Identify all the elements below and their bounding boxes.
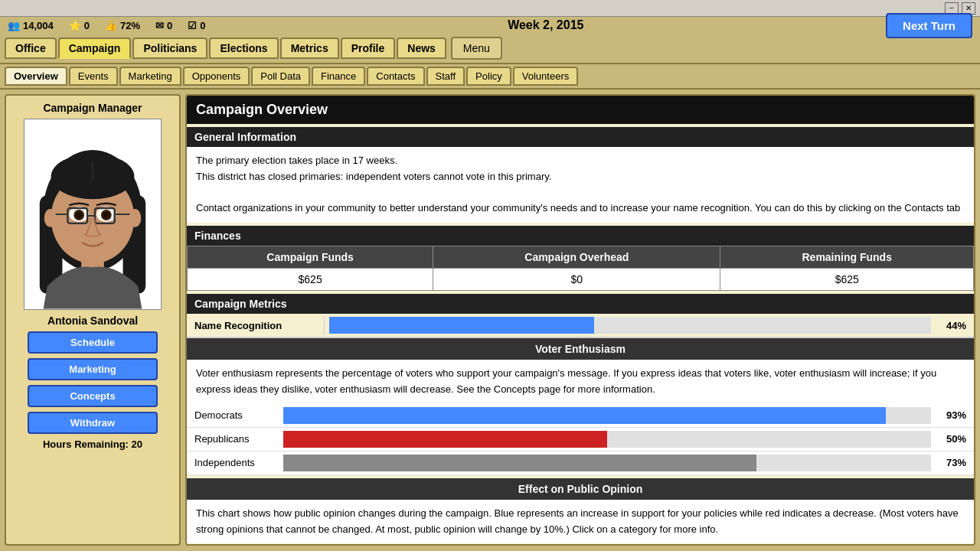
independents-row: Independents 73% — [187, 452, 974, 475]
sub-tab-overview[interactable]: Overview — [5, 67, 67, 86]
stars-value: 0 — [84, 20, 90, 31]
finance-val-funds: $625 — [188, 269, 433, 291]
sub-tab-contacts[interactable]: Contacts — [367, 67, 424, 86]
main-layout: Campaign Manager — [0, 90, 980, 550]
tasks-icon: ☑ — [188, 20, 197, 31]
nav-tab-metrics[interactable]: Metrics — [280, 37, 339, 59]
population-stat: 👥 14,004 — [8, 20, 54, 31]
star-icon: ⭐ — [69, 20, 81, 31]
name-recognition-row: Name Recognition 44% — [187, 314, 974, 337]
democrats-bar-container — [283, 407, 931, 424]
republicans-bar-container — [283, 431, 931, 448]
sub-tab-volunteers[interactable]: Volunteers — [513, 67, 578, 86]
hours-remaining: Hours Remaining: 20 — [43, 439, 142, 450]
svg-point-12 — [76, 212, 82, 218]
tasks-stat: ☑ 0 — [188, 20, 205, 31]
name-recognition-percent: 44% — [936, 320, 974, 331]
voter-enthusiasm-body: Voter enthusiasm represents the percenta… — [187, 360, 974, 404]
independents-percent: 73% — [936, 457, 974, 468]
avatar-svg — [24, 119, 161, 310]
republicans-row: Republicans 50% — [187, 428, 974, 452]
mail-value: 0 — [167, 20, 172, 31]
nav-tab-office[interactable]: Office — [5, 37, 57, 59]
metrics-header: Campaign Metrics — [187, 294, 974, 314]
finance-col-overhead: Campaign Overhead — [433, 246, 720, 269]
mail-stat: ✉ 0 — [155, 20, 172, 31]
democrats-label: Democrats — [187, 409, 279, 421]
left-panel: Campaign Manager — [5, 94, 181, 546]
general-info-line3: Contact organizations in your community … — [196, 201, 965, 217]
finance-col-funds: Campaign Funds — [188, 246, 433, 269]
finance-table: Campaign Funds Campaign Overhead Remaini… — [187, 246, 974, 291]
democrats-bar — [283, 407, 886, 424]
week-display: Week 2, 2015 — [221, 18, 871, 32]
stats-bar: 👥 14,004 ⭐ 0 👍 72% ✉ 0 ☑ 0 Week 2, 2015 … — [0, 17, 980, 34]
sub-tab-staff[interactable]: Staff — [426, 67, 466, 86]
population-value: 14,004 — [23, 20, 54, 31]
marketing-button[interactable]: Marketing — [28, 358, 158, 380]
democrats-percent: 93% — [936, 409, 974, 421]
tasks-value: 0 — [200, 20, 205, 31]
finance-col-remaining: Remaining Funds — [720, 246, 974, 269]
top-nav: Office Campaign Politicians Elections Me… — [0, 34, 980, 64]
stars-stat: ⭐ 0 — [69, 20, 90, 31]
public-opinion-header: Effect on Public Opinion — [187, 478, 974, 500]
general-info-line1: The primary election takes place in 17 w… — [196, 153, 965, 169]
general-info-header: General Information — [187, 127, 974, 147]
nav-tab-profile[interactable]: Profile — [341, 37, 396, 59]
finance-val-overhead: $0 — [433, 269, 720, 291]
sub-tab-marketing[interactable]: Marketing — [119, 67, 181, 86]
republicans-percent: 50% — [936, 433, 974, 445]
republicans-bar — [283, 431, 607, 448]
nav-tab-elections[interactable]: Elections — [209, 37, 278, 59]
svg-point-19 — [44, 209, 57, 227]
name-recognition-bar-container — [329, 317, 931, 334]
public-opinion-description: This chart shows how public opinion chan… — [196, 506, 965, 538]
finance-val-remaining: $625 — [720, 269, 974, 291]
sub-tab-events[interactable]: Events — [69, 67, 118, 86]
nav-tab-politicians[interactable]: Politicians — [132, 37, 207, 59]
approval-value: 72% — [120, 20, 140, 31]
independents-label: Independents — [187, 457, 279, 468]
people-icon: 👥 — [8, 20, 20, 31]
name-recognition-bar — [329, 317, 594, 334]
manager-name: Antonia Sandoval — [47, 315, 138, 327]
mail-icon: ✉ — [155, 20, 164, 31]
sub-tab-finance[interactable]: Finance — [312, 67, 365, 86]
menu-button[interactable]: Menu — [451, 37, 502, 60]
name-recognition-label: Name Recognition — [187, 316, 325, 335]
voter-enthusiasm-header: Voter Enthusiasm — [187, 338, 974, 360]
finances-header: Finances — [187, 226, 974, 246]
general-info-line2: This district has closed primaries: inde… — [196, 169, 965, 185]
public-opinion-body: This chart shows how public opinion chan… — [187, 500, 974, 544]
general-info-body: The primary election takes place in 17 w… — [187, 147, 974, 223]
democrats-row: Democrats 93% — [187, 404, 974, 428]
nav-tab-campaign[interactable]: Campaign — [58, 37, 132, 59]
right-panel: Campaign Overview General Information Th… — [185, 94, 975, 546]
metrics-area: Name Recognition 44% — [187, 314, 974, 338]
concepts-button[interactable]: Concepts — [28, 385, 158, 407]
next-turn-button[interactable]: Next Turn — [886, 13, 972, 38]
voter-enthusiasm-description: Voter enthusiasm represents the percenta… — [196, 366, 965, 398]
manager-title: Campaign Manager — [43, 102, 142, 114]
nav-tab-news[interactable]: News — [397, 37, 446, 59]
svg-point-20 — [129, 209, 141, 227]
main-content-header: Campaign Overview — [187, 96, 974, 124]
sub-tab-opponents[interactable]: Opponents — [183, 67, 250, 86]
thumbs-up-icon: 👍 — [105, 20, 117, 31]
independents-bar-container — [283, 455, 931, 471]
party-rows: Democrats 93% Republicans 50% Independen… — [187, 404, 974, 475]
sub-tab-policy[interactable]: Policy — [466, 67, 511, 86]
avatar-container — [24, 119, 162, 310]
independents-bar — [283, 455, 756, 471]
svg-point-13 — [103, 212, 109, 218]
approval-stat: 👍 72% — [105, 20, 140, 31]
republicans-label: Republicans — [187, 433, 279, 445]
title-bar: − ✕ — [0, 0, 980, 17]
sub-nav: Overview Events Marketing Opponents Poll… — [0, 64, 980, 90]
sub-tab-poll-data[interactable]: Poll Data — [251, 67, 310, 86]
schedule-button[interactable]: Schedule — [28, 331, 158, 354]
withdraw-button[interactable]: Withdraw — [28, 412, 158, 434]
content: Campaign Overview General Information Th… — [187, 96, 974, 543]
